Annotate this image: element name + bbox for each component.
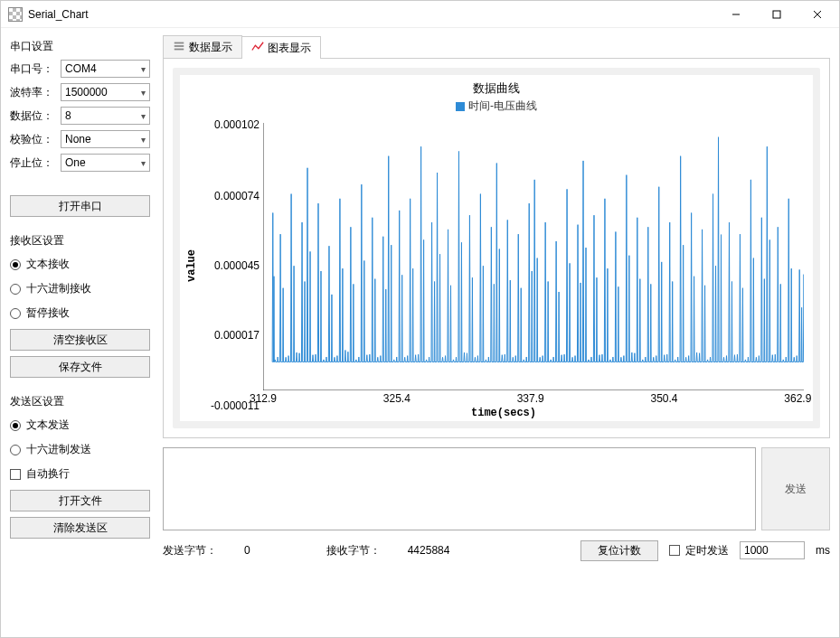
recv-bytes-value: 4425884: [408, 544, 450, 557]
recv-pause-radio[interactable]: 暂停接收: [10, 303, 150, 324]
databits-value: 8: [65, 109, 71, 122]
send-button-label: 发送: [785, 482, 807, 497]
app-icon: [8, 7, 23, 22]
checkbox-icon: [10, 469, 21, 480]
auto-wrap-checkbox[interactable]: 自动换行: [10, 464, 150, 484]
baud-label: 波特率：: [10, 85, 57, 100]
radio-icon: [10, 284, 21, 295]
sent-bytes-label: 发送字节：: [163, 543, 217, 558]
sidebar: 串口设置 串口号：COM4▾ 波特率：1500000▾ 数据位：8▾ 校验位：N…: [1, 28, 159, 637]
x-tick: 362.9: [784, 392, 811, 405]
tab-data[interactable]: 数据显示: [163, 35, 242, 58]
window-title: Serial_Chart: [28, 8, 715, 21]
chevron-down-icon: ▾: [141, 64, 146, 74]
send-hex-radio[interactable]: 十六进制发送: [10, 439, 150, 460]
close-button[interactable]: [797, 2, 837, 27]
databits-label: 数据位：: [10, 108, 57, 124]
send-text-label: 文本发送: [26, 418, 70, 433]
port-select[interactable]: COM4▾: [61, 60, 150, 78]
open-port-label: 打开串口: [59, 199, 102, 214]
port-section-title: 串口设置: [10, 39, 150, 54]
port-label: 串口号：: [10, 61, 57, 77]
svg-rect-5: [175, 45, 184, 47]
x-axis-label: time(secs): [471, 407, 536, 419]
timed-send-checkbox[interactable]: 定时发送: [669, 540, 729, 561]
x-tick: 312.9: [250, 392, 277, 405]
recv-pause-label: 暂停接收: [26, 305, 70, 321]
radio-icon: [10, 259, 21, 270]
maximize-button[interactable]: [756, 2, 797, 27]
chart-title: 数据曲线: [185, 80, 807, 97]
x-tick: 350.4: [651, 392, 678, 405]
baud-select[interactable]: 1500000▾: [61, 83, 150, 101]
reset-count-label: 复位计数: [598, 544, 641, 557]
radio-icon: [10, 308, 21, 319]
y-tick: 0.000102: [200, 118, 260, 131]
recv-hex-label: 十六进制接收: [26, 281, 91, 296]
legend-label: 时间-电压曲线: [468, 99, 537, 114]
send-hex-label: 十六进制发送: [26, 442, 91, 457]
stopbits-value: One: [65, 156, 86, 169]
content-panel: 数据显示 图表显示 数据曲线 时间-电压曲线 value 0.000102 0.…: [159, 28, 839, 637]
minimize-button[interactable]: [715, 2, 756, 27]
svg-rect-4: [175, 42, 184, 44]
open-file-button[interactable]: 打开文件: [10, 490, 150, 511]
parity-select[interactable]: None▾: [61, 130, 150, 148]
y-tick: 0.000074: [200, 190, 260, 202]
save-file-label: 保存文件: [59, 360, 102, 375]
auto-wrap-label: 自动换行: [26, 466, 70, 482]
clear-send-button[interactable]: 清除发送区: [10, 517, 150, 539]
y-tick: 0.000045: [200, 259, 260, 272]
interval-unit: ms: [816, 544, 830, 557]
chart-legend: 时间-电压曲线: [185, 99, 807, 114]
save-file-button[interactable]: 保存文件: [10, 356, 150, 378]
y-tick: 0.000017: [200, 329, 260, 342]
tabs: 数据显示 图表显示: [163, 35, 830, 59]
chevron-down-icon: ▾: [141, 135, 146, 145]
timed-send-label: 定时发送: [685, 543, 729, 558]
open-port-button[interactable]: 打开串口: [10, 195, 150, 217]
recv-hex-radio[interactable]: 十六进制接收: [10, 278, 150, 299]
titlebar: Serial_Chart: [1, 1, 839, 28]
send-text-radio[interactable]: 文本发送: [10, 415, 150, 436]
open-file-label: 打开文件: [59, 493, 102, 509]
send-section-title: 发送区设置: [10, 394, 150, 409]
chevron-down-icon: ▾: [141, 158, 146, 168]
databits-select[interactable]: 8▾: [61, 107, 150, 125]
plot-svg: [263, 123, 804, 390]
x-tick: 325.4: [383, 392, 411, 405]
chevron-down-icon: ▾: [141, 88, 146, 98]
send-textarea[interactable]: [163, 447, 756, 530]
tab-chart-label: 图表显示: [268, 41, 311, 56]
chart-area[interactable]: 数据曲线 时间-电压曲线 value 0.000102 0.000074 0.0…: [173, 68, 820, 428]
plot: 0.000102 0.000074 0.000045 0.000017 -0.0…: [200, 114, 807, 418]
radio-icon: [10, 445, 21, 455]
svg-rect-6: [175, 49, 184, 51]
legend-swatch: [456, 102, 465, 111]
stopbits-select[interactable]: One▾: [61, 154, 150, 172]
interval-input[interactable]: [740, 541, 805, 559]
clear-send-label: 清除发送区: [53, 521, 108, 536]
baud-value: 1500000: [65, 86, 108, 99]
reset-count-button[interactable]: 复位计数: [580, 540, 658, 561]
tab-data-label: 数据显示: [189, 40, 232, 55]
send-panel: 发送: [163, 447, 830, 530]
chart-icon: [251, 41, 264, 56]
port-value: COM4: [65, 62, 97, 75]
parity-label: 校验位：: [10, 132, 57, 147]
x-tick: 337.9: [517, 392, 544, 405]
chart-panel: 数据曲线 时间-电压曲线 value 0.000102 0.000074 0.0…: [163, 59, 830, 438]
recv-bytes-label: 接收字节：: [326, 543, 381, 558]
tab-chart[interactable]: 图表显示: [241, 36, 321, 59]
send-button[interactable]: 发送: [761, 447, 830, 530]
clear-recv-button[interactable]: 清空接收区: [10, 329, 150, 351]
radio-icon: [10, 420, 21, 431]
recv-section-title: 接收区设置: [10, 233, 150, 249]
svg-rect-1: [773, 11, 780, 18]
stopbits-label: 停止位：: [10, 155, 57, 171]
recv-text-radio[interactable]: 文本接收: [10, 254, 150, 275]
data-icon: [173, 40, 185, 55]
chevron-down-icon: ▾: [141, 111, 146, 121]
y-axis-label: value: [185, 249, 198, 282]
status-bar: 发送字节：0 接收字节：4425884 复位计数 定时发送 ms: [163, 539, 830, 561]
